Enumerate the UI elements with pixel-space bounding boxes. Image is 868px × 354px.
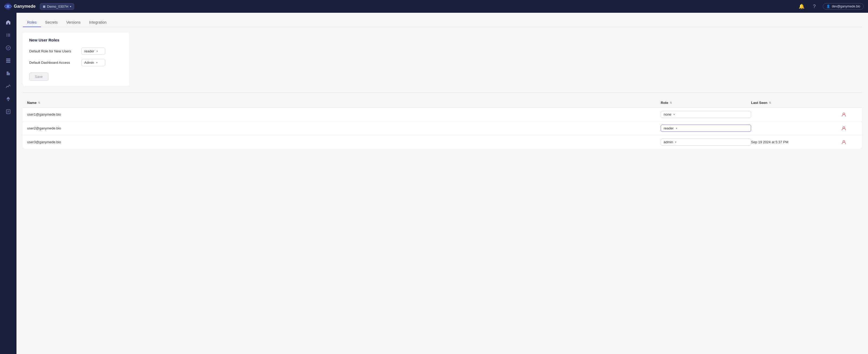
column-name: Name ⇅	[27, 101, 661, 105]
user-actions-cell	[841, 112, 857, 117]
table-row: user1@ganymede.bio none ▾	[23, 108, 862, 122]
sidebar-item-table[interactable]	[3, 55, 13, 66]
default-role-value: reader	[84, 49, 94, 53]
svg-rect-7	[6, 62, 10, 63]
logo-icon	[4, 3, 12, 10]
column-actions	[841, 101, 857, 105]
user-role-cell: none ▾	[661, 111, 751, 118]
user-icon: 👤	[826, 4, 830, 8]
sidebar-item-pipeline[interactable]	[3, 30, 13, 40]
tabs-container: Roles Secrets Versions Integration	[23, 18, 862, 27]
default-role-label: Default Role for New Users	[29, 49, 77, 53]
user-actions-cell	[841, 140, 857, 144]
sidebar	[0, 13, 17, 354]
help-button[interactable]: ?	[810, 2, 818, 11]
logo: Ganymede	[4, 3, 36, 10]
role-chevron-3: ▾	[675, 140, 676, 143]
svg-point-2	[7, 5, 9, 7]
workspace-label: Demo_0307H	[47, 4, 68, 8]
svg-rect-8	[8, 100, 9, 101]
name-sort-icon[interactable]: ⇅	[38, 101, 40, 104]
workspace-selector[interactable]: ▦ Demo_0307H ▾	[40, 3, 74, 10]
header-icons: 🔔 ? 👤 dev@ganymede.bio	[797, 2, 864, 11]
sidebar-item-files[interactable]	[3, 68, 13, 79]
user-name-cell: user1@ganymede.bio	[27, 112, 661, 117]
tab-roles[interactable]: Roles	[23, 18, 41, 27]
svg-rect-6	[6, 60, 10, 61]
default-role-row: Default Role for New Users reader ▾	[29, 47, 123, 55]
new-user-roles-card: New User Roles Default Role for New User…	[23, 32, 129, 86]
main-layout: Roles Secrets Versions Integration New U…	[0, 13, 868, 354]
user-role-select-2[interactable]: reader ▾	[661, 125, 751, 132]
default-role-chevron: ▾	[96, 50, 98, 53]
content-area: Roles Secrets Versions Integration New U…	[17, 13, 868, 354]
user-last-seen-cell: Sep 19 2024 at 5:37 PM	[751, 140, 841, 144]
role-chevron-1: ▾	[674, 113, 675, 116]
sidebar-item-home[interactable]	[3, 17, 13, 28]
svg-rect-5	[6, 59, 10, 60]
table-row: user3@ganymede.bio admin ▾ Sep 19 2024 a…	[23, 135, 862, 149]
role-chevron-2: ▾	[676, 127, 677, 130]
default-dashboard-label: Default Dashboard Access	[29, 61, 77, 65]
user-role-select-1[interactable]: none ▾	[661, 111, 751, 118]
column-last-seen: Last Seen ⇅	[751, 101, 841, 105]
sidebar-item-reports[interactable]	[3, 106, 13, 117]
remove-user-button-1[interactable]	[841, 112, 846, 117]
logo-text: Ganymede	[14, 4, 36, 9]
card-title: New User Roles	[29, 38, 123, 42]
workspace-chevron: ▾	[70, 5, 71, 8]
users-table: Name ⇅ Role ⇅ Last Seen ⇅ user1@ganymede…	[23, 98, 862, 149]
user-role-cell: reader ▾	[661, 125, 751, 132]
remove-user-button-2[interactable]	[841, 126, 846, 131]
user-role-cell: admin ▾	[661, 138, 751, 146]
sidebar-item-analytics[interactable]	[3, 81, 13, 91]
user-name-cell: user2@ganymede.bio	[27, 126, 661, 130]
default-dashboard-chevron: ▾	[96, 61, 97, 64]
remove-user-button-3[interactable]	[841, 140, 846, 144]
save-button[interactable]: Save	[29, 72, 49, 81]
user-menu-button[interactable]: 👤 dev@ganymede.bio	[823, 3, 864, 9]
default-dashboard-select[interactable]: Admin ▾	[81, 59, 105, 66]
sidebar-item-tasks[interactable]	[3, 42, 13, 53]
column-role: Role ⇅	[661, 101, 751, 105]
notifications-button[interactable]: 🔔	[797, 2, 806, 11]
table-row: user2@ganymede.bio reader ▾	[23, 122, 862, 135]
sidebar-item-deploy[interactable]	[3, 94, 13, 104]
last-seen-sort-icon[interactable]: ⇅	[769, 101, 771, 104]
user-actions-cell	[841, 126, 857, 131]
default-dashboard-value: Admin	[84, 61, 94, 65]
tab-integration[interactable]: Integration	[85, 18, 111, 27]
app-header: Ganymede ▦ Demo_0307H ▾ 🔔 ? 👤 dev@ganyme…	[0, 0, 868, 13]
user-role-select-3[interactable]: admin ▾	[661, 138, 751, 146]
table-header: Name ⇅ Role ⇅ Last Seen ⇅	[23, 98, 862, 108]
user-email: dev@ganymede.bio	[832, 4, 860, 8]
user-name-cell: user3@ganymede.bio	[27, 140, 661, 144]
role-sort-icon[interactable]: ⇅	[670, 101, 672, 104]
tab-versions[interactable]: Versions	[62, 18, 85, 27]
default-dashboard-row: Default Dashboard Access Admin ▾	[29, 59, 123, 66]
tab-secrets[interactable]: Secrets	[41, 18, 62, 27]
default-role-select[interactable]: reader ▾	[81, 47, 105, 55]
